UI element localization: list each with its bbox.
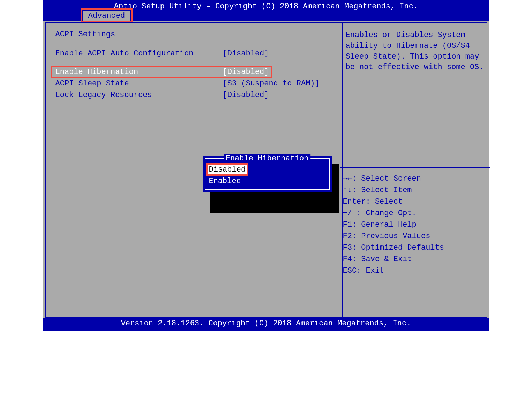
setting-label: ACPI Sleep State <box>55 79 223 88</box>
key-help-item: →←: Select Screen <box>343 173 487 184</box>
header-title: Aptio Setup Utility – Copyright (C) 2018… <box>43 0 489 11</box>
popup-option-label: Enabled <box>209 177 241 186</box>
help-panel: Enables or Disables System ability to Hi… <box>343 22 487 318</box>
footer-text: Version 2.18.1263. Copyright (C) 2018 Am… <box>121 319 411 328</box>
key-help-item: F3: Optimized Defaults <box>343 242 487 254</box>
setting-lock-legacy-resources[interactable]: Lock Legacy Resources [Disabled] <box>55 91 332 99</box>
tab-row: Advanced <box>43 11 130 21</box>
key-help-item: ESC: Exit <box>343 265 487 277</box>
body-area: ACPI Settings Enable ACPI Auto Configura… <box>43 21 489 319</box>
popup-option-enabled[interactable]: Enabled <box>208 176 327 186</box>
footer-bar: Version 2.18.1263. Copyright (C) 2018 Am… <box>43 318 489 331</box>
setting-value: [Disabled] <box>223 68 269 76</box>
section-title: ACPI Settings <box>55 30 332 39</box>
setting-enable-hibernation[interactable]: Enable Hibernation [Disabled] <box>55 68 332 76</box>
popup-option-disabled[interactable]: Disabled <box>208 165 247 175</box>
header-bar: Aptio Setup Utility – Copyright (C) 2018… <box>43 0 489 21</box>
key-help-item: +/-: Change Opt. <box>343 207 487 219</box>
key-help-item: ↑↓: Select Item <box>343 184 487 196</box>
popup-title: Enable Hibernation <box>224 154 311 163</box>
key-help-item: Enter: Select <box>343 196 487 207</box>
setting-label: Lock Legacy Resources <box>55 91 223 99</box>
key-help-item: F4: Save & Exit <box>343 254 487 265</box>
popup-option-label: Disabled <box>209 165 246 174</box>
setting-value: [Disabled] <box>223 91 269 99</box>
key-help-list: →←: Select Screen ↑↓: Select Item Enter:… <box>343 173 487 277</box>
setting-acpi-sleep-state[interactable]: ACPI Sleep State [S3 (Suspend to RAM)] <box>55 79 332 88</box>
key-help-item: F1: General Help <box>343 219 487 230</box>
option-popup: Enable Hibernation Disabled Enabled <box>203 156 332 192</box>
help-divider <box>340 167 490 168</box>
help-text: Enables or Disables System ability to Hi… <box>346 30 485 73</box>
setting-label: Enable ACPI Auto Configuration <box>55 49 223 58</box>
setting-acpi-auto-config[interactable]: Enable ACPI Auto Configuration [Disabled… <box>55 49 332 58</box>
setting-value: [S3 (Suspend to RAM)] <box>223 79 320 88</box>
tab-label: Advanced <box>88 12 125 20</box>
setting-value: [Disabled] <box>223 49 269 58</box>
tab-advanced[interactable]: Advanced <box>83 11 130 21</box>
setting-label: Enable Hibernation <box>55 68 223 76</box>
key-help-item: F2: Previous Values <box>343 230 487 242</box>
bios-screen: Aptio Setup Utility – Copyright (C) 2018… <box>43 0 489 331</box>
